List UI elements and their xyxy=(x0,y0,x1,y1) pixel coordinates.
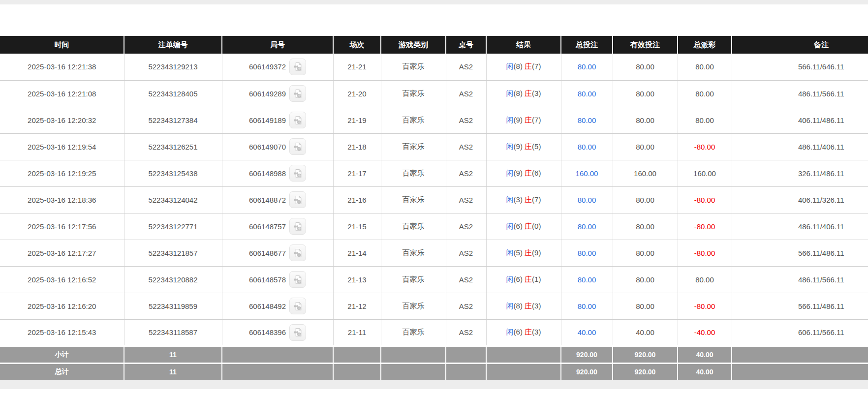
total-bet-link[interactable]: 80.00 xyxy=(561,107,613,133)
video-replay-button[interactable] xyxy=(289,165,306,182)
session-cell: 21-14 xyxy=(333,240,381,266)
video-replay-button[interactable] xyxy=(289,191,306,208)
video-replay-button[interactable] xyxy=(289,85,306,102)
video-replay-button[interactable] xyxy=(289,59,306,75)
video-replay-button[interactable] xyxy=(289,218,306,235)
result-banker-score: (7) xyxy=(532,195,541,204)
round-cell: 606148757 xyxy=(222,213,333,240)
round-wrap: 606148578 xyxy=(249,271,306,288)
column-header-label: 有效投注 xyxy=(630,40,660,49)
total-bet-link[interactable]: 80.00 xyxy=(561,240,613,266)
valid-bet-cell: 80.00 xyxy=(613,186,678,213)
table-row: 2025-03-16 12:18:36522343124042606148872… xyxy=(0,186,868,213)
total-bet-link[interactable]: 40.00 xyxy=(561,319,613,346)
video-file-icon xyxy=(293,327,303,337)
total-bet-link[interactable]: 80.00 xyxy=(561,293,613,319)
session-cell: 21-15 xyxy=(333,213,381,240)
time-cell: 2025-03-16 12:18:36 xyxy=(0,186,124,213)
result-banker-score: (7) xyxy=(532,62,541,70)
result-player-score: (8) xyxy=(514,302,525,310)
column-header-table_id: 桌号 xyxy=(446,36,486,54)
video-replay-button[interactable] xyxy=(289,298,306,314)
round-number: 606148677 xyxy=(249,249,286,257)
total-bet-link[interactable]: 80.00 xyxy=(561,213,613,240)
subtotal-row-total-bet: 920.00 xyxy=(561,346,613,363)
table-row: 2025-03-16 12:17:56522343122771606148757… xyxy=(0,213,868,240)
video-replay-button[interactable] xyxy=(289,324,306,341)
column-header-bet_id: 注单编号 xyxy=(124,36,222,54)
payout-cell: 80.00 xyxy=(678,80,732,107)
table-id-cell: AS2 xyxy=(446,133,486,160)
video-file-icon xyxy=(293,89,303,99)
total-bet-link[interactable]: 160.00 xyxy=(561,160,613,186)
table-row: 2025-03-16 12:19:54522343126251606149070… xyxy=(0,133,868,160)
grand-total-row-valid-bet: 920.00 xyxy=(613,363,678,380)
column-header-total_bet: 总投注 xyxy=(561,36,613,54)
bet-id-cell: 522343121857 xyxy=(124,240,222,266)
result-banker-label: 庄 xyxy=(525,116,532,124)
result-cell: 闲(8) 庄(7) xyxy=(486,54,561,80)
result-player-score: (8) xyxy=(514,62,525,70)
column-header-valid_bet: 有效投注 xyxy=(613,36,678,54)
column-header-label: 总投注 xyxy=(576,40,598,49)
total-bet-link[interactable]: 80.00 xyxy=(561,266,613,293)
subtotal-row-count: 11 xyxy=(124,346,222,363)
result-cell: 闲(6) 庄(3) xyxy=(486,319,561,346)
remark-cell: 486.11/566.11 xyxy=(732,80,868,107)
video-replay-button[interactable] xyxy=(289,112,306,128)
video-replay-button[interactable] xyxy=(289,271,306,288)
time-cell: 2025-03-16 12:17:27 xyxy=(0,240,124,266)
payout-cell: -80.00 xyxy=(678,293,732,319)
result-player-label: 闲 xyxy=(506,248,514,257)
result-cell: 闲(6) 庄(1) xyxy=(486,266,561,293)
time-cell: 2025-03-16 12:21:38 xyxy=(0,54,124,80)
round-wrap: 606148396 xyxy=(249,324,306,341)
session-cell: 21-13 xyxy=(333,266,381,293)
valid-bet-cell: 40.00 xyxy=(613,319,678,346)
table-body: 2025-03-16 12:21:38522343129213606149372… xyxy=(0,54,868,346)
result-banker-label: 庄 xyxy=(525,248,532,257)
column-header-result: 结果 xyxy=(486,36,561,54)
video-file-icon xyxy=(293,61,303,72)
result-cell: 闲(5) 庄(9) xyxy=(486,240,561,266)
valid-bet-cell: 80.00 xyxy=(613,266,678,293)
result-banker-score: (3) xyxy=(532,302,541,310)
table-header: 时间注单编号局号场次游戏类别桌号结果总投注有效投注总派彩备注 xyxy=(0,36,868,54)
total-bet-link[interactable]: 80.00 xyxy=(561,186,613,213)
game-type-cell: 百家乐 xyxy=(381,54,446,80)
time-cell: 2025-03-16 12:17:56 xyxy=(0,213,124,240)
result-player-label: 闲 xyxy=(506,195,514,204)
round-number: 606148757 xyxy=(249,222,286,231)
grand-total-row-payout: 40.00 xyxy=(678,363,732,380)
video-replay-button[interactable] xyxy=(289,138,306,155)
result-player-label: 闲 xyxy=(506,302,514,310)
bet-id-cell: 522343129213 xyxy=(124,54,222,80)
time-cell: 2025-03-16 12:19:54 xyxy=(0,133,124,160)
game-type-cell: 百家乐 xyxy=(381,186,446,213)
payout-cell: -80.00 xyxy=(678,186,732,213)
result-player-score: (3) xyxy=(514,195,525,204)
valid-bet-cell: 80.00 xyxy=(613,213,678,240)
bet-id-cell: 522343127384 xyxy=(124,107,222,133)
total-bet-link[interactable]: 80.00 xyxy=(561,133,613,160)
round-cell: 606148396 xyxy=(222,319,333,346)
time-cell: 2025-03-16 12:15:43 xyxy=(0,319,124,346)
time-cell: 2025-03-16 12:21:08 xyxy=(0,80,124,107)
total-bet-link[interactable]: 80.00 xyxy=(561,54,613,80)
total-bet-link[interactable]: 80.00 xyxy=(561,80,613,107)
column-header-time: 时间 xyxy=(0,36,124,54)
column-header-label: 桌号 xyxy=(459,40,473,49)
valid-bet-cell: 80.00 xyxy=(613,80,678,107)
game-type-cell: 百家乐 xyxy=(381,293,446,319)
table-row: 2025-03-16 12:17:27522343121857606148677… xyxy=(0,240,868,266)
result-banker-label: 庄 xyxy=(525,222,532,230)
result-banker-score: (3) xyxy=(532,89,541,97)
result-banker-label: 庄 xyxy=(525,302,532,310)
result-player-score: (6) xyxy=(514,328,525,336)
round-cell: 606148677 xyxy=(222,240,333,266)
video-replay-button[interactable] xyxy=(289,244,306,261)
game-type-cell: 百家乐 xyxy=(381,107,446,133)
round-wrap: 606149289 xyxy=(249,85,306,102)
video-file-icon xyxy=(293,301,303,311)
table-id-cell: AS2 xyxy=(446,160,486,186)
